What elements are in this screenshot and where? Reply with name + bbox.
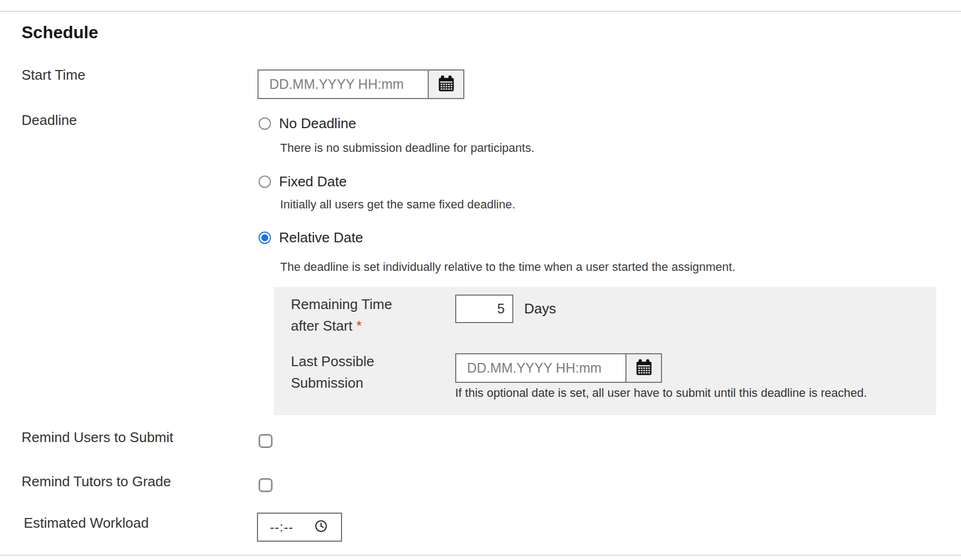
radio-icon[interactable] bbox=[259, 176, 271, 188]
radio-label: Fixed Date bbox=[279, 173, 347, 190]
last-submission-help-text: If this optional date is set, all user h… bbox=[455, 386, 867, 400]
start-time-calendar-button[interactable] bbox=[428, 69, 464, 99]
option-description: Initially all users get the same fixed d… bbox=[280, 198, 516, 212]
estimated-workload-label: Estimated Workload bbox=[24, 515, 149, 531]
remind-tutors-label: Remind Tutors to Grade bbox=[22, 473, 171, 490]
last-submission-input[interactable] bbox=[455, 353, 626, 383]
remaining-time-label: Remaining Time after Start * bbox=[291, 293, 392, 337]
deadline-option-relative-date[interactable]: Relative Date bbox=[259, 229, 363, 246]
remaining-days-input[interactable] bbox=[455, 295, 513, 323]
start-time-field-group bbox=[257, 69, 464, 99]
calendar-icon bbox=[634, 358, 654, 379]
days-unit-label: Days bbox=[524, 295, 556, 323]
clock-icon bbox=[314, 519, 328, 535]
last-possible-submission-label: Last Possible Submission bbox=[291, 351, 374, 394]
radio-label: Relative Date bbox=[279, 229, 363, 246]
last-submission-field-group bbox=[455, 353, 662, 383]
bottom-divider bbox=[0, 555, 961, 556]
radio-icon[interactable] bbox=[259, 117, 271, 130]
option-description: There is no submission deadline for part… bbox=[280, 141, 534, 155]
schedule-form-section: Schedule Start Time Deadline bbox=[0, 0, 961, 560]
estimated-workload-input[interactable]: --:-- bbox=[257, 513, 342, 542]
radio-label: No Deadline bbox=[279, 115, 356, 132]
calendar-icon bbox=[436, 74, 456, 95]
option-description: The deadline is set individually relativ… bbox=[280, 260, 735, 274]
start-time-label: Start Time bbox=[22, 67, 85, 83]
start-time-input[interactable] bbox=[257, 69, 428, 99]
relative-date-panel: Remaining Time after Start * Days Last P… bbox=[274, 287, 936, 415]
section-title: Schedule bbox=[22, 23, 98, 43]
radio-icon-selected[interactable] bbox=[259, 232, 271, 244]
last-submission-calendar-button[interactable] bbox=[626, 353, 662, 383]
top-divider bbox=[0, 11, 961, 12]
time-value: --:-- bbox=[270, 520, 294, 535]
remind-users-checkbox[interactable] bbox=[259, 434, 273, 448]
remind-tutors-checkbox[interactable] bbox=[259, 478, 273, 492]
required-marker: * bbox=[356, 318, 361, 334]
deadline-option-fixed-date[interactable]: Fixed Date bbox=[259, 173, 347, 190]
deadline-label: Deadline bbox=[22, 112, 77, 129]
remind-users-label: Remind Users to Submit bbox=[22, 429, 173, 446]
deadline-option-no-deadline[interactable]: No Deadline bbox=[259, 115, 356, 132]
